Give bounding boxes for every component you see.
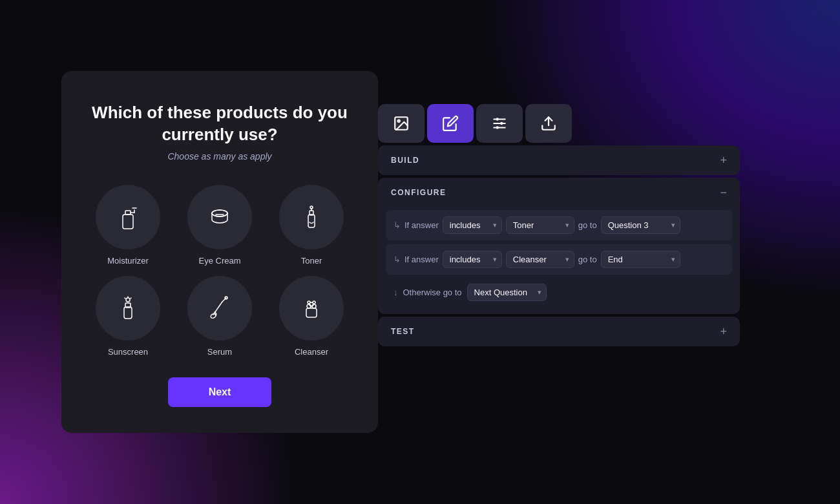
configure-body: ↳ If answer includes excludes Toner Clea…	[378, 207, 740, 314]
destination-select-2[interactable]: End Question 2 Question 3 Next Question	[601, 251, 680, 268]
value-select-wrapper-1[interactable]: Toner Cleanser Moisturizer Eye Cream Sun…	[506, 216, 574, 234]
go-to-label-1: go to	[578, 220, 597, 230]
value-select-wrapper-2[interactable]: Cleanser Toner Moisturizer Eye Cream Sun…	[506, 251, 574, 268]
product-label-eye-cream: Eye Cream	[198, 256, 240, 266]
sliders-icon	[491, 115, 508, 132]
svg-rect-0	[123, 215, 133, 229]
product-circle-sunscreen	[96, 276, 160, 341]
test-icon: +	[720, 326, 727, 337]
builder-panel: BUILD + CONFIGURE − ↳ If answer includes	[378, 104, 740, 349]
otherwise-arrow-icon: ↓	[394, 288, 398, 297]
toolbar-image-button[interactable]	[378, 104, 425, 143]
condition-select-1[interactable]: includes excludes	[443, 216, 502, 234]
product-label-cleanser: Cleanser	[295, 347, 328, 357]
value-select-1[interactable]: Toner Cleanser Moisturizer Eye Cream Sun…	[506, 216, 574, 234]
logic-row-1: ↳ If answer includes excludes Toner Clea…	[386, 210, 732, 240]
svg-point-6	[212, 210, 227, 216]
go-to-label-2: go to	[578, 255, 597, 264]
svg-point-32	[496, 126, 499, 129]
product-serum[interactable]: Serum	[179, 276, 260, 357]
products-grid: Moisturizer Eye Cream	[87, 185, 352, 357]
otherwise-row: ↓ Otherwise go to Next Question End Ques…	[386, 278, 732, 306]
edit-icon	[442, 115, 459, 132]
eye-cream-icon	[204, 202, 235, 233]
build-icon: +	[720, 154, 727, 166]
value-select-2[interactable]: Cleanser Toner Moisturizer Eye Cream Sun…	[506, 251, 574, 268]
logic-arrow-2: ↳	[394, 255, 401, 264]
condition-select-wrapper-1[interactable]: includes excludes	[443, 216, 502, 234]
product-toner[interactable]: Toner	[271, 185, 352, 266]
logic-row-2: ↳ If answer includes excludes Cleanser T…	[386, 244, 732, 275]
otherwise-label: Otherwise go to	[403, 288, 462, 297]
product-moisturizer[interactable]: Moisturizer	[87, 185, 169, 266]
svg-point-10	[310, 206, 313, 209]
build-section: BUILD +	[378, 145, 740, 175]
configure-icon: −	[720, 187, 727, 198]
product-circle-cleanser	[279, 276, 344, 341]
image-icon	[393, 115, 410, 132]
product-eye-cream[interactable]: Eye Cream	[179, 185, 260, 266]
toolbar-settings-button[interactable]	[476, 104, 523, 143]
toolbar-upload-button[interactable]	[525, 104, 572, 143]
toolbar-edit-button[interactable]	[427, 104, 474, 143]
svg-line-16	[125, 298, 125, 299]
destination-select-1[interactable]: Question 3 Question 2 End Next Question	[601, 216, 680, 234]
logic-arrow-1: ↳	[394, 220, 401, 230]
product-label-sunscreen: Sunscreen	[108, 347, 148, 357]
condition-select-wrapper-2[interactable]: includes excludes	[443, 251, 502, 268]
svg-point-24	[313, 301, 315, 304]
configure-header[interactable]: CONFIGURE −	[378, 178, 740, 207]
svg-point-31	[500, 121, 503, 124]
svg-rect-1	[125, 211, 131, 215]
svg-rect-8	[308, 215, 315, 227]
upload-icon	[540, 115, 557, 132]
svg-rect-11	[124, 307, 132, 319]
otherwise-select[interactable]: Next Question End Question 3	[467, 284, 547, 301]
test-header[interactable]: TEST +	[378, 317, 740, 346]
product-sunscreen[interactable]: Sunscreen	[87, 276, 169, 357]
svg-line-15	[131, 298, 131, 299]
toolbar	[378, 104, 740, 143]
product-circle-moisturizer	[96, 185, 160, 249]
svg-point-13	[126, 298, 130, 302]
build-title: BUILD	[391, 156, 419, 165]
condition-select-2[interactable]: includes excludes	[443, 251, 502, 268]
product-label-moisturizer: Moisturizer	[107, 256, 149, 266]
otherwise-select-wrapper[interactable]: Next Question End Question 3	[467, 284, 547, 301]
moisturizer-icon	[112, 202, 143, 233]
svg-point-26	[398, 120, 400, 121]
test-title: TEST	[391, 327, 415, 336]
test-section: TEST +	[378, 317, 740, 346]
svg-point-30	[496, 118, 499, 120]
if-answer-label-2: If answer	[404, 255, 439, 264]
product-circle-eye-cream	[187, 185, 252, 249]
svg-rect-19	[306, 308, 317, 317]
destination-select-wrapper-1[interactable]: Question 3 Question 2 End Next Question	[601, 216, 680, 234]
quiz-title: Which of these products do you currently…	[87, 102, 352, 146]
build-header[interactable]: BUILD +	[378, 145, 740, 175]
product-circle-toner	[279, 185, 344, 249]
quiz-card: Which of these products do you currently…	[61, 71, 378, 433]
toner-icon	[296, 202, 327, 233]
cleanser-icon	[296, 293, 327, 324]
product-cleanser[interactable]: Cleanser	[271, 276, 352, 357]
if-answer-label-1: If answer	[404, 220, 439, 230]
quiz-subtitle: Choose as many as apply	[167, 151, 271, 162]
serum-icon	[204, 293, 235, 324]
svg-point-23	[308, 301, 310, 304]
next-button[interactable]: Next	[168, 377, 271, 407]
configure-section: CONFIGURE − ↳ If answer includes exclude…	[378, 178, 740, 314]
product-label-toner: Toner	[301, 256, 322, 266]
configure-title: CONFIGURE	[391, 188, 446, 197]
product-circle-serum	[187, 276, 252, 341]
destination-select-wrapper-2[interactable]: End Question 2 Question 3 Next Question	[601, 251, 680, 268]
main-layout: Which of these products do you currently…	[0, 0, 840, 504]
product-label-serum: Serum	[207, 347, 232, 357]
sunscreen-icon	[112, 293, 143, 324]
